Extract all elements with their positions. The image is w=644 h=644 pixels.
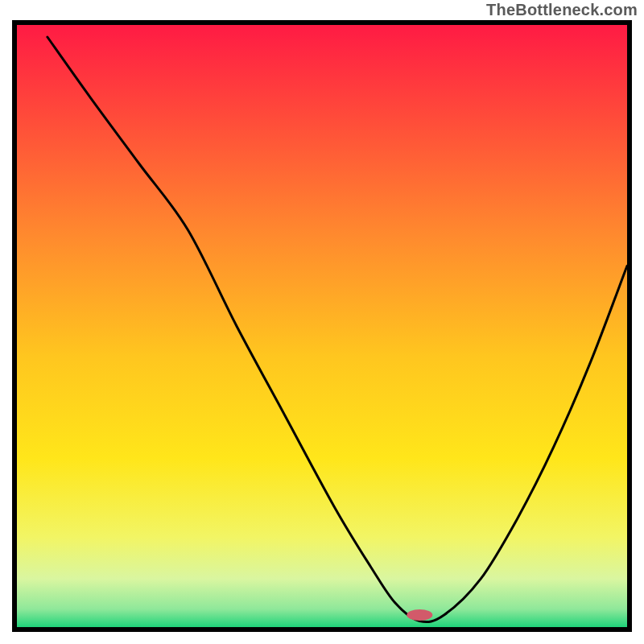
chart-container: TheBottleneck.com	[0, 0, 644, 644]
bottleneck-chart	[12, 20, 632, 632]
optimal-marker	[407, 609, 432, 621]
gradient-background	[17, 25, 627, 627]
watermark: TheBottleneck.com	[486, 1, 638, 19]
